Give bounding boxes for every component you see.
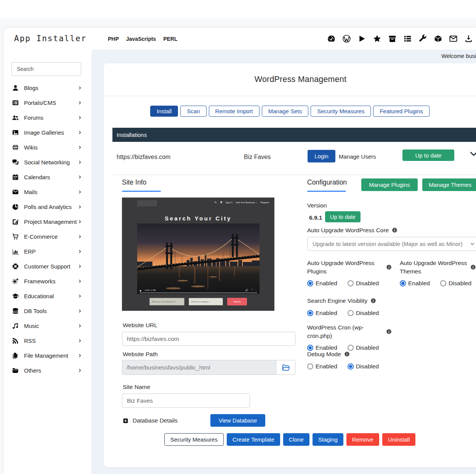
wordpress-icon[interactable] (342, 34, 351, 43)
top-nav-link-php[interactable]: PHP (108, 36, 119, 42)
top-nav-link-perl[interactable]: PERL (163, 36, 177, 42)
sidebar-item-file-management[interactable]: File Management (4, 348, 88, 363)
radio-circle[interactable] (307, 280, 313, 286)
radio-disabled[interactable]: Disabled (348, 363, 379, 370)
sidebar-item-label: ERP (24, 248, 36, 255)
website-path-field: /home/businessfavs/public_html (122, 360, 295, 375)
sidebar-item-others[interactable]: Others (4, 363, 88, 378)
manage-plugins-button[interactable]: Manage Plugins (361, 178, 418, 191)
sidebar-item-label: Project Management (24, 219, 77, 225)
sidebar-item-social-networking[interactable]: Social Networking (4, 155, 88, 170)
row-collapse-chevron-icon[interactable] (469, 149, 476, 159)
sidebar-item-label: File Management (24, 352, 68, 359)
top-nav-link-javascripts[interactable]: JavaScripts (126, 36, 156, 42)
sidebar-item-label: Portals/CMS (24, 100, 56, 106)
sidebar-item-forums[interactable]: Forums (4, 110, 88, 125)
sidebar-item-portals-cms[interactable]: Portals/CMS (4, 95, 88, 110)
sidebar-item-calendars[interactable]: Calendars (4, 170, 88, 185)
search-input[interactable] (16, 66, 87, 72)
list-icon[interactable] (403, 34, 412, 43)
sidebar-item-project-management[interactable]: Project Management (4, 214, 88, 229)
sidebar-item-erp[interactable]: ERP (4, 244, 88, 259)
sidebar-item-educational[interactable]: Educational (4, 289, 88, 304)
welcome-text: Welcome busi (441, 53, 476, 59)
radio-enabled[interactable]: Enabled (307, 363, 337, 370)
sidebar-item-blogs[interactable]: Blogs (4, 80, 88, 95)
chevron-right-icon (78, 175, 82, 179)
header-divider (104, 96, 476, 96)
website-url-input[interactable] (122, 332, 295, 346)
sidebar-item-music[interactable]: Music (4, 318, 88, 333)
sidebar-item-frameworks[interactable]: Frameworks (4, 274, 88, 289)
info-icon[interactable] (392, 227, 397, 233)
tab-scan[interactable]: Scan (180, 106, 206, 117)
up-to-date-badge[interactable]: Up to date (402, 149, 454, 161)
sidebar-item-mails[interactable]: Mails (4, 185, 88, 199)
sidebar-item-wikis[interactable]: Wikis (4, 140, 88, 155)
sidebar-item-label: Social Networking (24, 159, 70, 165)
radio-disabled[interactable]: Disabled (440, 280, 471, 287)
security-measures-button[interactable]: Security Measures (164, 433, 224, 446)
sidebar-item-e-commerce[interactable]: E-Commerce (4, 229, 88, 244)
preview-play-icon: ▶ (140, 289, 142, 292)
clone-button[interactable]: Clone (283, 433, 309, 446)
info-icon[interactable] (370, 298, 376, 304)
radio-circle[interactable] (348, 310, 354, 316)
mail-icon[interactable] (449, 34, 458, 43)
version-up-to-date-badge[interactable]: Up to date (325, 211, 361, 222)
radio-circle[interactable] (307, 363, 313, 370)
sidebar-item-rss[interactable]: RSS (4, 333, 88, 348)
pie-chart-icon (12, 203, 19, 210)
tab-install[interactable]: Install (150, 106, 178, 117)
installation-actions: Security MeasuresCreate TemplateCloneSta… (104, 433, 476, 446)
dashboard-icon[interactable] (327, 34, 336, 43)
info-icon[interactable] (344, 351, 350, 357)
login-button[interactable]: Login (308, 150, 335, 162)
radio-enabled[interactable]: Enabled (307, 310, 337, 317)
tab-security-measures[interactable]: Security Measures (311, 106, 371, 117)
info-icon[interactable] (386, 329, 392, 334)
play-icon[interactable] (357, 34, 366, 43)
radio-circle[interactable] (440, 280, 446, 286)
version-label: Version (307, 202, 327, 209)
database-details-toggle[interactable]: Database Details (123, 417, 178, 424)
tab-remote-import[interactable]: Remote Import (209, 106, 260, 117)
manage-users-link[interactable]: Manage Users (339, 153, 376, 160)
core-upgrade-select[interactable]: Upgrade to latest version available (Maj… (307, 237, 476, 251)
graduation-icon (12, 292, 19, 300)
view-database-button[interactable]: View Database (210, 414, 265, 427)
radio-enabled[interactable]: Enabled (400, 280, 430, 287)
radio-disabled[interactable]: Disabled (348, 310, 379, 317)
package-icon[interactable] (434, 34, 442, 43)
sidebar-item-image-galleries[interactable]: Image Galleries (4, 125, 88, 140)
uninstall-button[interactable]: Uninstall (382, 433, 416, 446)
tab-featured-plugins[interactable]: Featured Plugins (373, 106, 429, 117)
info-icon[interactable] (386, 264, 392, 270)
site-info-underline (122, 191, 161, 192)
radio-circle[interactable] (307, 310, 313, 316)
preview-category-select: Choose a category...⌄ (189, 298, 223, 305)
browse-path-button[interactable] (276, 360, 295, 374)
wrench-icon[interactable] (418, 34, 427, 43)
star-icon[interactable] (373, 34, 381, 43)
remove-button[interactable]: Remove (346, 433, 379, 446)
info-icon[interactable] (470, 264, 476, 270)
radio-circle[interactable] (348, 363, 354, 370)
page-header: WordPress Management (104, 72, 476, 87)
manage-themes-button[interactable]: Manage Themes (422, 178, 476, 191)
installation-url-link[interactable]: https://bizfaves.com (117, 154, 170, 161)
staging-button[interactable]: Staging (313, 433, 343, 446)
tab-manage-sets[interactable]: Manage Sets (262, 106, 308, 117)
radio-enabled[interactable]: Enabled (307, 280, 337, 287)
radio-circle[interactable] (400, 280, 406, 286)
radio-circle[interactable] (348, 280, 354, 286)
sidebar-item-polls-and-analytics[interactable]: Polls and Analytics (4, 199, 88, 214)
preview-nav: Sign In Add Your Business ⌄ Register (214, 201, 269, 204)
radio-disabled[interactable]: Disabled (348, 280, 379, 287)
archive-icon[interactable] (388, 34, 397, 43)
sidebar-item-db-tools[interactable]: DB Tools (4, 304, 88, 318)
sidebar-item-customer-support[interactable]: Customer Support (4, 259, 88, 274)
download-icon[interactable] (464, 34, 473, 43)
site-name-input[interactable] (122, 394, 250, 408)
create-template-button[interactable]: Create Template (227, 433, 280, 446)
